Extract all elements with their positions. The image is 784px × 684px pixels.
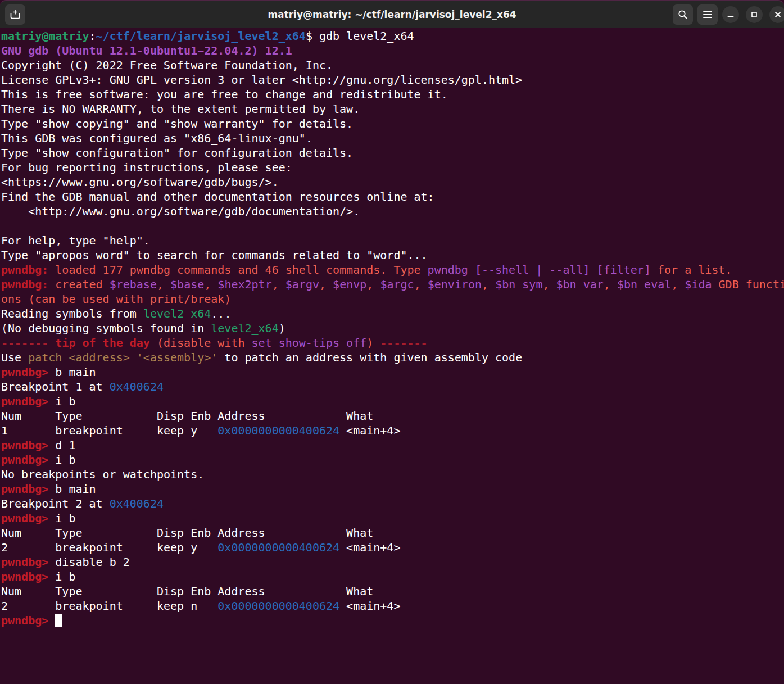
terminal-text-segment: 2 breakpoint keep n xyxy=(1,599,217,613)
terminal-text-segment: , xyxy=(366,278,380,291)
terminal-text-segment: Type "apropos word" to search for comman… xyxy=(1,248,428,262)
terminal-text-segment: <http://www.gnu.org/software/gdb/documen… xyxy=(1,205,360,218)
terminal-text-segment: $ gdb level2_x64 xyxy=(306,29,414,43)
terminal-line: pwndbg> d 1 xyxy=(1,438,784,452)
terminal-text-segment: patch <address> '<assembly>' xyxy=(28,351,217,364)
terminal-text-segment: ... xyxy=(211,307,231,320)
terminal-text-segment: There is NO WARRANTY, to the extent perm… xyxy=(1,102,360,116)
menu-icon xyxy=(703,10,713,19)
terminal-text-segment: Num Type Disp Enb Address What xyxy=(1,409,373,423)
terminal-text-segment: 2 breakpoint keep y xyxy=(1,541,217,554)
terminal-text-segment: ) xyxy=(366,336,380,350)
terminal-text-segment: For help, type "help". xyxy=(1,234,150,247)
minimize-icon xyxy=(727,11,735,19)
terminal-line: Use patch <address> '<assembly>' to patc… xyxy=(1,350,784,365)
terminal-line: pwndbg: loaded 177 pwndbg commands and 4… xyxy=(1,262,784,277)
terminal-text-segment: i b xyxy=(55,453,75,466)
terminal-line: pwndbg> i b xyxy=(1,394,784,409)
terminal-text-segment: pwndbg> xyxy=(1,482,55,496)
terminal-output: matriy@matriy:~/ctf/learn/jarvisoj_level… xyxy=(0,28,784,628)
terminal-text-segment: pwndbg> xyxy=(1,614,55,627)
terminal-text-segment: pwndbg> xyxy=(1,555,55,569)
terminal-text-segment: level2_x64 xyxy=(211,321,278,335)
terminal-text-segment: matriy@matriy xyxy=(1,29,89,43)
terminal-line: There is NO WARRANTY, to the extent perm… xyxy=(1,102,784,116)
terminal-line: pwndbg: created $rebase, $base, $hex2ptr… xyxy=(1,277,784,292)
terminal-content-area[interactable]: matriy@matriy:~/ctf/learn/jarvisoj_level… xyxy=(0,28,784,684)
terminal-text-segment: d 1 xyxy=(55,438,75,452)
terminal-text-segment: <main+4> xyxy=(339,599,400,613)
terminal-line: Type "apropos word" to search for comman… xyxy=(1,248,784,262)
terminal-text-segment: <main+4> xyxy=(339,541,400,554)
new-tab-icon xyxy=(9,9,21,20)
terminal-text-segment: loaded 177 pwndbg commands and 46 shell … xyxy=(55,263,427,277)
terminal-text-segment: pwndbg> xyxy=(1,365,55,379)
terminal-text-segment: set show-tips off xyxy=(252,336,367,350)
terminal-line: Copyright (C) 2022 Free Software Foundat… xyxy=(1,58,784,73)
terminal-text-segment: , xyxy=(671,278,685,291)
terminal-text-segment: <https://www.gnu.org/software/gdb/bugs/>… xyxy=(1,175,279,189)
terminal-text-segment: Reading symbols from xyxy=(1,307,143,320)
terminal-text-segment: Use xyxy=(1,351,28,364)
terminal-text-segment: b main xyxy=(55,365,96,379)
terminal-text-segment: $envp xyxy=(333,278,366,291)
terminal-text-segment: Num Type Disp Enb Address What xyxy=(1,585,373,598)
terminal-text-segment: b main xyxy=(55,482,96,496)
terminal-line: This GDB was configured as "x86_64-linux… xyxy=(1,131,784,146)
terminal-line: 2 breakpoint keep y 0x0000000000400624 <… xyxy=(1,540,784,555)
terminal-line: License GPLv3+: GNU GPL version 3 or lat… xyxy=(1,73,784,87)
terminal-text-segment: Copyright (C) 2022 Free Software Foundat… xyxy=(1,58,333,72)
terminal-text-segment: ------- xyxy=(1,336,55,350)
terminal-line: Reading symbols from level2_x64... xyxy=(1,306,784,321)
terminal-text-segment: Breakpoint 2 at xyxy=(1,497,110,510)
terminal-line: pwndbg> i b xyxy=(1,511,784,526)
terminal-text-segment: 0x400624 xyxy=(110,497,164,510)
terminal-text-segment: 0x0000000000400624 xyxy=(217,541,339,554)
terminal-line: (No debugging symbols found in level2_x6… xyxy=(1,321,784,336)
terminal-text-segment: 0x400624 xyxy=(110,380,164,393)
maximize-icon xyxy=(750,11,758,19)
terminal-text-segment: No breakpoints or watchpoints. xyxy=(1,468,204,481)
terminal-line: <https://www.gnu.org/software/gdb/bugs/>… xyxy=(1,175,784,189)
terminal-text-segment: , xyxy=(542,278,556,291)
minimize-button[interactable] xyxy=(722,6,739,23)
search-icon xyxy=(677,9,688,20)
titlebar[interactable]: matriy@matriy: ~/ctf/learn/jarvisoj_leve… xyxy=(0,0,784,28)
terminal-window: matriy@matriy: ~/ctf/learn/jarvisoj_leve… xyxy=(0,0,784,684)
terminal-text-segment: This GDB was configured as "x86_64-linux… xyxy=(1,132,312,145)
terminal-text-segment: pwndbg [--shell | --all] [filter] xyxy=(428,263,651,277)
terminal-text-segment: , xyxy=(414,278,428,291)
terminal-text-segment: (No debugging symbols found in xyxy=(1,321,211,335)
terminal-text-segment: pwndbg> xyxy=(1,511,55,525)
menu-button[interactable] xyxy=(697,4,718,25)
terminal-text-segment: GDB functi xyxy=(712,278,784,291)
terminal-line: Num Type Disp Enb Address What xyxy=(1,526,784,540)
terminal-text-segment: $rebase xyxy=(110,278,157,291)
terminal-line: ------- tip of the day (disable with set… xyxy=(1,336,784,350)
terminal-line: pwndbg> i b xyxy=(1,569,784,584)
terminal-text-segment: , xyxy=(604,278,617,291)
terminal-line: pwndbg> disable b 2 xyxy=(1,555,784,569)
close-button[interactable] xyxy=(769,6,784,23)
terminal-text-segment: i b xyxy=(55,570,75,583)
terminal-line: 2 breakpoint keep n 0x0000000000400624 <… xyxy=(1,599,784,613)
terminal-line: No breakpoints or watchpoints. xyxy=(1,467,784,482)
new-tab-button[interactable] xyxy=(5,4,25,25)
terminal-text-segment: $argv xyxy=(285,278,319,291)
terminal-text-segment: Num Type Disp Enb Address What xyxy=(1,526,373,540)
terminal-text-segment: $hex2ptr xyxy=(217,278,271,291)
terminal-text-segment: (disable with xyxy=(150,336,252,350)
terminal-line: matriy@matriy:~/ctf/learn/jarvisoj_level… xyxy=(1,29,784,43)
terminal-line: For bug reporting instructions, please s… xyxy=(1,160,784,175)
terminal-line: GNU gdb (Ubuntu 12.1-0ubuntu1~22.04.2) 1… xyxy=(1,43,784,58)
block-cursor xyxy=(55,614,62,627)
maximize-button[interactable] xyxy=(746,6,763,23)
terminal-text-segment: pwndbg: xyxy=(1,263,55,277)
terminal-text-segment: level2_x64 xyxy=(143,307,211,320)
terminal-text-segment: pwndbg> xyxy=(1,570,55,583)
terminal-text-segment: , xyxy=(319,278,333,291)
terminal-text-segment: 0x0000000000400624 xyxy=(217,599,339,613)
terminal-line: pwndbg> b main xyxy=(1,365,784,379)
terminal-text-segment: disable b 2 xyxy=(55,555,129,569)
search-button[interactable] xyxy=(673,4,693,25)
